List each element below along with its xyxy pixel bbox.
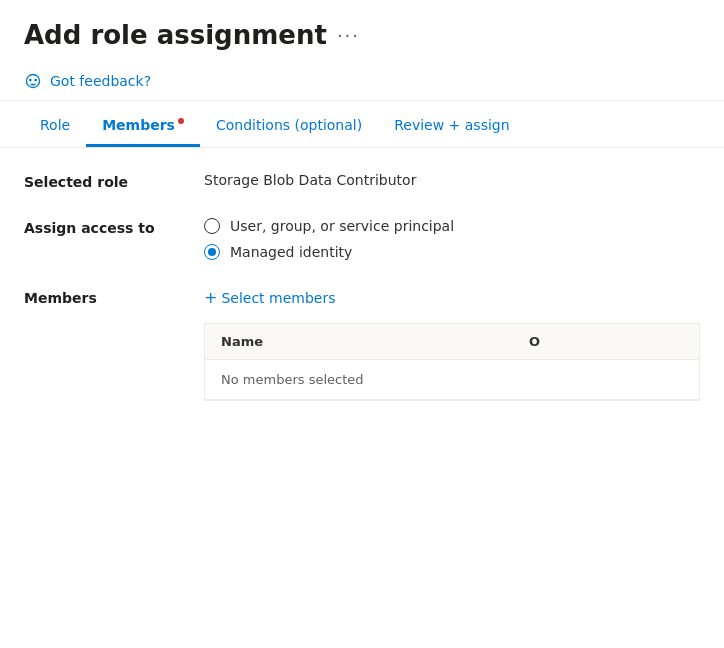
form-content: Selected role Storage Blob Data Contribu… — [0, 148, 724, 453]
radio-user-group-label: User, group, or service principal — [230, 218, 454, 234]
members-section: + Select members Name O No members selec… — [204, 288, 700, 401]
radio-managed-identity-label: Managed identity — [230, 244, 352, 260]
radio-user-group[interactable]: User, group, or service principal — [204, 218, 454, 234]
table-empty-row: No members selected — [205, 360, 699, 400]
selected-role-label: Selected role — [24, 172, 204, 190]
tab-members-notification-dot — [178, 118, 184, 124]
table-column-objectid: O — [529, 334, 683, 349]
table-empty-message: No members selected — [221, 372, 683, 387]
radio-managed-identity-button[interactable] — [204, 244, 220, 260]
table-column-name: Name — [221, 334, 529, 349]
page-header: Add role assignment ··· — [0, 0, 724, 62]
feedback-icon — [24, 72, 42, 90]
feedback-bar[interactable]: Got feedback? — [0, 62, 724, 101]
tab-bar: Role Members Conditions (optional) Revie… — [0, 105, 724, 148]
members-table: Name O No members selected — [204, 323, 700, 401]
radio-managed-identity[interactable]: Managed identity — [204, 244, 454, 260]
more-options-icon[interactable]: ··· — [337, 25, 360, 46]
selected-role-row: Selected role Storage Blob Data Contribu… — [24, 172, 700, 190]
plus-icon: + — [204, 288, 217, 307]
access-radio-group: User, group, or service principal Manage… — [204, 218, 454, 260]
selected-role-value: Storage Blob Data Contributor — [204, 172, 416, 188]
tab-review-assign[interactable]: Review + assign — [378, 105, 525, 147]
assign-access-row: Assign access to User, group, or service… — [24, 218, 700, 260]
select-members-text: Select members — [221, 290, 335, 306]
radio-user-group-button[interactable] — [204, 218, 220, 234]
feedback-text: Got feedback? — [50, 73, 151, 89]
tab-members[interactable]: Members — [86, 105, 200, 147]
members-label: Members — [24, 288, 204, 306]
table-header: Name O — [205, 324, 699, 360]
tab-conditions[interactable]: Conditions (optional) — [200, 105, 378, 147]
assign-access-label: Assign access to — [24, 218, 204, 236]
members-row: Members + Select members Name O No membe… — [24, 288, 700, 401]
tab-role[interactable]: Role — [24, 105, 86, 147]
radio-managed-identity-fill — [208, 248, 216, 256]
page-title: Add role assignment — [24, 20, 327, 50]
select-members-link[interactable]: + Select members — [204, 288, 700, 307]
